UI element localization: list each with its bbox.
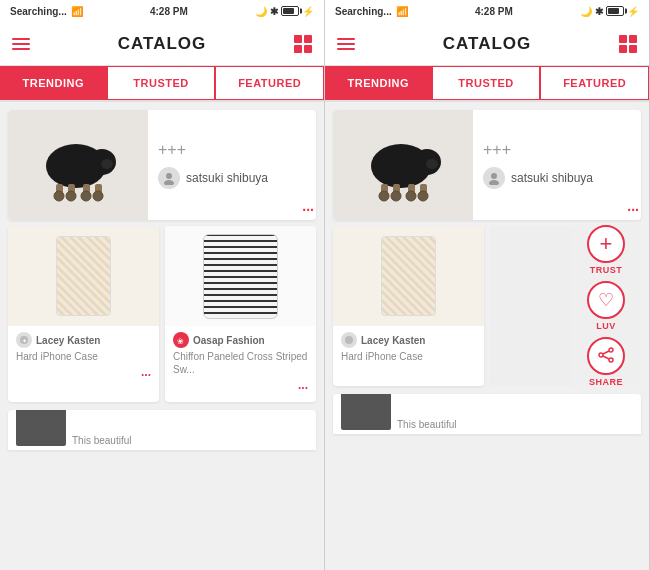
- battery-icon-right: [606, 6, 624, 16]
- product-brand-2-left: Oasap Fashion: [193, 335, 265, 346]
- header-left: CATALOG: [0, 22, 324, 66]
- svg-point-18: [426, 159, 438, 169]
- product-name-2-left: Chiffon Paneled Cross Striped Sw...: [173, 350, 308, 376]
- status-right-left: 🌙 ✱ ⚡: [255, 6, 314, 17]
- svg-point-11: [166, 173, 172, 179]
- bottom-partial-left: This beautiful: [8, 410, 316, 450]
- featured-info-right: +++ satsuki shibuya: [473, 110, 641, 220]
- svg-point-27: [491, 173, 497, 179]
- product-dots-2-left[interactable]: ...: [173, 378, 308, 392]
- bottom-thumb-right: [341, 394, 391, 430]
- product-card-2-left[interactable]: ❀ Oasap Fashion Chiffon Paneled Cross St…: [165, 226, 316, 402]
- sweater-pattern-left: [203, 234, 278, 319]
- product-name-1-right: Hard iPhone Case: [341, 350, 476, 363]
- menu-button-left[interactable]: [12, 38, 30, 50]
- more-dots-featured-left[interactable]: ...: [302, 198, 314, 214]
- status-right-right: 🌙 ✱ ⚡: [580, 6, 639, 17]
- brand-logo-1-right: [341, 332, 357, 348]
- luv-label: LUV: [596, 321, 616, 331]
- tab-trending-left[interactable]: TRENDING: [0, 66, 107, 100]
- featured-image-right: [333, 110, 473, 220]
- featured-post-right: +++ satsuki shibuya ...: [325, 110, 649, 220]
- user-name-right: satsuki shibuya: [511, 171, 593, 185]
- svg-point-24: [391, 191, 401, 201]
- svg-point-10: [93, 191, 103, 201]
- sheep-svg-left: [28, 128, 128, 203]
- svg-line-33: [603, 351, 609, 354]
- wifi-icon-right: 📶: [396, 6, 408, 17]
- product-dots-1-left[interactable]: ...: [16, 365, 151, 379]
- share-circle: [587, 337, 625, 375]
- svg-point-2: [101, 159, 113, 169]
- svg-text:✦: ✦: [22, 338, 27, 344]
- grid-view-button-left[interactable]: [294, 35, 312, 53]
- right-panel: Searching... 📶 4:28 PM 🌙 ✱ ⚡ CATALOG: [325, 0, 650, 570]
- luv-action[interactable]: ♡ LUV: [587, 281, 625, 331]
- share-icon: [597, 346, 615, 367]
- svg-point-25: [406, 191, 416, 201]
- product-info-1-right: Lacey Kasten Hard iPhone Case: [333, 326, 484, 373]
- tabs-right: TRENDING TRUSTED FEATURED: [325, 66, 649, 102]
- status-left: Searching... 📶: [10, 6, 83, 17]
- product-card-1-left[interactable]: ✦ Lacey Kasten Hard iPhone Case ...: [8, 226, 159, 402]
- svg-point-31: [599, 353, 603, 357]
- share-action[interactable]: SHARE: [587, 337, 625, 387]
- product-grid-left: ✦ Lacey Kasten Hard iPhone Case ... ❀: [0, 226, 324, 410]
- featured-post-left: +++ satsuki shibuya ...: [0, 110, 324, 220]
- grid-view-button-right[interactable]: [619, 35, 637, 53]
- svg-point-26: [418, 191, 428, 201]
- tab-trusted-left[interactable]: TRUSTED: [107, 66, 216, 100]
- trust-label: TRUST: [590, 265, 623, 275]
- battery-icon-left: [281, 6, 299, 16]
- signal-text-right: Searching...: [335, 6, 392, 17]
- charge-icon-left: ⚡: [302, 6, 314, 17]
- svg-line-34: [603, 356, 609, 359]
- left-panel: Searching... 📶 4:28 PM 🌙 ✱ ⚡ CATALOG: [0, 0, 325, 570]
- product-info-2-left: ❀ Oasap Fashion Chiffon Paneled Cross St…: [165, 326, 316, 402]
- user-row-right: satsuki shibuya: [483, 167, 631, 189]
- charge-icon-right: ⚡: [627, 6, 639, 17]
- sheep-svg-right: [353, 128, 453, 203]
- moon-icon-left: 🌙: [255, 6, 267, 17]
- trust-action[interactable]: + TRUST: [587, 225, 625, 275]
- content-left: +++ satsuki shibuya ...: [0, 102, 324, 570]
- header-title-right: CATALOG: [443, 34, 532, 54]
- trust-icon: +: [600, 233, 613, 255]
- product-card-1-right[interactable]: Lacey Kasten Hard iPhone Case: [333, 226, 484, 386]
- svg-point-30: [609, 348, 613, 352]
- status-bar-right: Searching... 📶 4:28 PM 🌙 ✱ ⚡: [325, 0, 649, 22]
- product-grid-right-wrapper: Lacey Kasten Hard iPhone Case + TRUST: [325, 226, 649, 394]
- header-title-left: CATALOG: [118, 34, 207, 54]
- content-right: +++ satsuki shibuya ...: [325, 102, 649, 570]
- svg-point-8: [66, 191, 76, 201]
- svg-point-23: [379, 191, 389, 201]
- user-name-left: satsuki shibuya: [186, 171, 268, 185]
- tab-featured-right[interactable]: FEATURED: [540, 66, 649, 100]
- featured-image-left: [8, 110, 148, 220]
- product-image-1-left: [8, 226, 159, 326]
- user-avatar-left: [158, 167, 180, 189]
- bottom-partial-right: This beautiful: [333, 394, 641, 434]
- tab-featured-left[interactable]: FEATURED: [215, 66, 324, 100]
- time-left: 4:28 PM: [150, 6, 188, 17]
- tabs-left: TRENDING TRUSTED FEATURED: [0, 66, 324, 102]
- tab-trending-right[interactable]: TRENDING: [325, 66, 432, 100]
- user-avatar-right: [483, 167, 505, 189]
- plus-label-right: +++: [483, 141, 631, 159]
- signal-text-left: Searching...: [10, 6, 67, 17]
- bottom-text-left: This beautiful: [72, 435, 131, 446]
- luv-icon: ♡: [598, 291, 614, 309]
- product-info-1-left: ✦ Lacey Kasten Hard iPhone Case ...: [8, 326, 159, 389]
- trust-circle: +: [587, 225, 625, 263]
- svg-point-29: [345, 336, 353, 344]
- wifi-icon-left: 📶: [71, 6, 83, 17]
- case-pattern-left: [56, 236, 111, 316]
- tab-trusted-right[interactable]: TRUSTED: [432, 66, 541, 100]
- svg-point-32: [609, 358, 613, 362]
- more-dots-featured-right[interactable]: ...: [627, 198, 639, 214]
- svg-text:❀: ❀: [177, 337, 184, 345]
- menu-button-right[interactable]: [337, 38, 355, 50]
- action-overlay-right: + TRUST ♡ LUV: [571, 226, 641, 386]
- bottom-text-right: This beautiful: [397, 419, 456, 430]
- product-brand-1-left: Lacey Kasten: [36, 335, 100, 346]
